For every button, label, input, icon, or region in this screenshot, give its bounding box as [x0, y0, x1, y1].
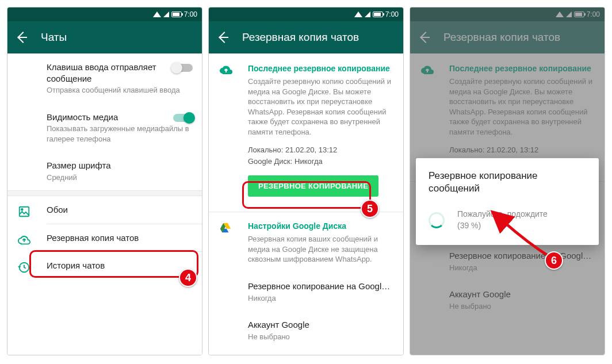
cloud-upload-icon [18, 233, 32, 247]
back-arrow-icon[interactable] [218, 32, 228, 43]
back-arrow-icon[interactable] [17, 32, 27, 43]
backup-frequency[interactable]: Резервное копирование на Googl… Никогда [209, 273, 403, 311]
wallpaper-icon [18, 205, 32, 219]
backup-progress-dialog: Резервное копирование сообщений Пожалуйс… [416, 158, 599, 245]
setting-enter-sends[interactable]: Клавиша ввода отправляет сообщение Отпра… [7, 53, 202, 104]
callout-badge-6: 6 [545, 251, 563, 270]
battery-icon [373, 12, 383, 17]
spinner-icon [429, 212, 445, 228]
cloud-upload-icon [219, 63, 233, 76]
google-account[interactable]: Аккаунт Google Не выбрано [209, 311, 403, 350]
wifi-icon [153, 12, 161, 17]
toggle-enter-sends[interactable] [173, 64, 193, 72]
status-bar: 7:00 [209, 7, 403, 21]
svg-point-1 [21, 209, 23, 210]
status-bar: 7:00 [7, 7, 202, 21]
history-icon [18, 261, 32, 275]
callout-badge-5: 5 [361, 200, 379, 218]
dialog-title: Резервное копирование сообщений [429, 170, 586, 195]
wifi-icon [354, 12, 362, 17]
phone-backup-settings: 7:00 Резервная копия чатов Последнее рез… [208, 7, 404, 355]
battery-icon [171, 12, 182, 17]
callout-badge-4: 4 [179, 269, 197, 287]
signal-icon [365, 12, 370, 17]
backup-button[interactable]: РЕЗЕРВНОЕ КОПИРОВАНИЕ [248, 175, 378, 197]
last-backup-section: Последнее резервное копирование Создайте… [209, 53, 403, 205]
clock: 7:00 [385, 10, 399, 18]
gdrive-settings-section: Настройки Google Диска Резервная копия в… [209, 212, 403, 273]
clock: 7:00 [184, 10, 197, 18]
setting-chat-backup[interactable]: Резервная копия чатов [7, 224, 202, 252]
setting-chat-history[interactable]: История чатов [7, 252, 202, 279]
phone-backup-progress: 7:00 Резервная копия чатов Последнее рез… [410, 7, 605, 355]
toggle-media-visibility[interactable] [173, 114, 193, 122]
svg-rect-0 [20, 207, 29, 217]
signal-icon [163, 12, 169, 17]
app-bar: Резервная копия чатов [209, 21, 403, 53]
page-title: Резервная копия чатов [242, 31, 359, 44]
app-bar: Чаты [7, 21, 202, 53]
setting-wallpaper[interactable]: Обои [7, 196, 202, 224]
setting-font-size[interactable]: Размер шрифта Средний [7, 152, 202, 190]
page-title: Чаты [41, 31, 67, 44]
phone-chats-settings: 7:00 Чаты Клавиша ввода отправляет сообщ… [7, 7, 202, 355]
dialog-message: Пожалуйста, подождите (39 %) [457, 209, 548, 231]
google-drive-icon [219, 221, 233, 235]
setting-media-visibility[interactable]: Видимость медиа Показывать загруженные м… [7, 104, 202, 152]
